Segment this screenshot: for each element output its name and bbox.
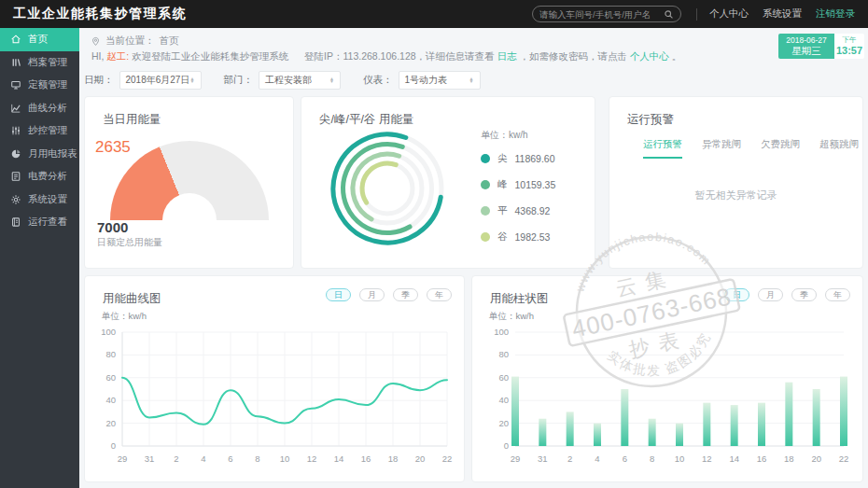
sidebar-item-3[interactable]: 曲线分析	[0, 97, 79, 120]
sidebar-item-5[interactable]: 月用电报表	[0, 143, 79, 166]
svg-text:40: 40	[105, 395, 116, 405]
clock-time: 13:57	[836, 45, 862, 56]
alarm-tab-1[interactable]: 异常跳闸	[702, 138, 741, 159]
personal-center-link[interactable]: 个人中心	[630, 50, 669, 62]
gauge-quota-label: 日额定总用能量	[97, 236, 162, 249]
line-period-1[interactable]: 月	[359, 288, 385, 301]
svg-text:6: 6	[623, 453, 627, 464]
line-period-2[interactable]: 季	[393, 288, 418, 301]
line-chart-card: 用能曲线图 日月季年 单位：kw/h 020406080100293124681…	[84, 275, 465, 482]
rings-chart	[322, 123, 453, 254]
legend-dot	[481, 154, 490, 163]
meter-filter-label: 仪表：	[363, 74, 393, 87]
svg-text:80: 80	[105, 349, 116, 359]
line-period-3[interactable]: 年	[427, 288, 452, 301]
date-filter-select[interactable]: 2018年6月27日▲▼	[119, 71, 202, 90]
clock-badge: 2018-06-27 星期三 下午 13:57	[778, 34, 864, 59]
topbar-link-2[interactable]: 注销登录	[816, 7, 855, 21]
bar-chart-card: 用能柱状图 日月季年 单位：kw/h 020406080100293124681…	[471, 275, 863, 482]
alarm-card: 运行预警 运行预警异常跳闸欠费跳闸超额跳闸 暂无相关异常记录	[609, 96, 863, 269]
legend-item-1: 峰10159.35	[481, 175, 555, 193]
sidebar-item-label: 月用电报表	[28, 147, 77, 160]
sidebar-item-6[interactable]: 电费分析	[0, 165, 79, 188]
breadcrumb-label: 当前位置：	[105, 35, 155, 48]
welcome-mid: ，如需修改密码，请点击	[519, 50, 627, 62]
topbar: 工业企业能耗集抄管理系统 个人中心系统设置注销登录	[0, 0, 868, 28]
sliders-icon	[10, 125, 21, 136]
line-period-0[interactable]: 日	[326, 288, 351, 301]
location-pin-icon	[91, 36, 101, 47]
svg-text:6: 6	[228, 453, 232, 464]
sidebar-item-2[interactable]: 定额管理	[0, 74, 79, 97]
meter-filter-select[interactable]: 1号动力表▲▼	[399, 71, 481, 90]
svg-text:16: 16	[757, 453, 767, 464]
svg-text:0: 0	[111, 440, 116, 451]
gear-icon	[10, 194, 21, 205]
svg-text:14: 14	[729, 453, 739, 464]
sidebar-item-label: 首页	[28, 33, 48, 46]
sidebar-item-7[interactable]: 系统设置	[0, 188, 79, 212]
topbar-link-1[interactable]: 系统设置	[763, 7, 802, 21]
pie-icon	[10, 148, 21, 160]
svg-text:8: 8	[650, 453, 654, 464]
svg-text:22: 22	[442, 453, 453, 464]
search-icon[interactable]	[664, 9, 674, 20]
svg-text:14: 14	[334, 453, 344, 464]
svg-text:20: 20	[105, 418, 116, 428]
legend-name: 谷	[497, 230, 508, 244]
alarm-card-title: 运行预警	[627, 112, 674, 128]
alarm-tab-2[interactable]: 欠费跳闸	[761, 138, 800, 159]
legend-item-2: 平4368.92	[481, 202, 555, 219]
legend-value: 10159.35	[515, 179, 556, 190]
bar-period-1[interactable]: 月	[758, 288, 783, 301]
welcome-hi: HI,	[91, 50, 106, 62]
legend-dot	[481, 206, 490, 216]
filters-row: 日期：2018年6月27日▲▼部门：工程安装部▲▼仪表：1号动力表▲▼	[84, 71, 503, 90]
search-input[interactable]	[539, 9, 664, 20]
dept-filter-value: 工程安装部	[265, 74, 312, 87]
svg-text:29: 29	[118, 453, 128, 464]
legend-value: 11869.60	[515, 153, 555, 164]
svg-text:20: 20	[498, 418, 509, 428]
bar-period-0[interactable]: 日	[724, 288, 749, 301]
clock-weekday: 星期三	[791, 45, 821, 56]
bar-period-2[interactable]: 季	[791, 288, 817, 301]
search-box[interactable]	[532, 6, 681, 22]
log-link[interactable]: 日志	[497, 50, 517, 62]
sidebar-item-4[interactable]: 抄控管理	[0, 119, 79, 143]
line-unit-label: 单位：kw/h	[102, 311, 147, 323]
svg-text:20: 20	[811, 453, 821, 464]
select-arrows-icon: ▲▼	[329, 77, 334, 83]
svg-text:2: 2	[174, 453, 178, 464]
alarm-tab-3[interactable]: 超额跳闸	[819, 138, 859, 159]
svg-text:2: 2	[567, 453, 572, 464]
bar-period-3[interactable]: 年	[825, 288, 850, 301]
sidebar-item-label: 档案管理	[28, 56, 67, 69]
sidebar-item-0[interactable]: 首页	[0, 28, 79, 51]
svg-text:16: 16	[361, 453, 371, 464]
main-content: 当前位置： 首页 HI, 赵工: 欢迎登陆工业企业能耗集抄管理系统 登陆IP：1…	[79, 28, 868, 488]
app-title: 工业企业能耗集抄管理系统	[13, 6, 187, 22]
svg-text:8: 8	[255, 453, 259, 464]
alarm-tab-0[interactable]: 运行预警	[643, 138, 682, 159]
app-window: 工业企业能耗集抄管理系统 个人中心系统设置注销登录 首页档案管理定额管理曲线分析…	[0, 0, 868, 488]
bar-unit-label: 单位：kw/h	[489, 311, 534, 323]
sidebar: 首页档案管理定额管理曲线分析抄控管理月用电报表电费分析系统设置运行查看	[0, 28, 79, 488]
dept-filter-label: 部门：	[224, 74, 254, 87]
log-icon	[10, 216, 21, 228]
gauge-card: 当日用能量 2635 7000 日额定总用能量	[84, 96, 294, 269]
bar-period-buttons: 日月季年	[724, 288, 850, 301]
legend-item-3: 谷1982.53	[481, 228, 555, 245]
dept-filter-select[interactable]: 工程安装部▲▼	[259, 71, 341, 90]
legend-dot	[481, 180, 490, 189]
topbar-link-0[interactable]: 个人中心	[709, 7, 749, 21]
sidebar-item-1[interactable]: 档案管理	[0, 51, 79, 75]
curve-icon	[10, 103, 21, 114]
sidebar-item-label: 抄控管理	[28, 124, 67, 137]
alarm-empty-text: 暂无相关异常记录	[609, 188, 862, 202]
sidebar-item-8[interactable]: 运行查看	[0, 211, 79, 234]
monitor-icon	[10, 79, 21, 91]
line-card-title: 用能曲线图	[103, 291, 161, 307]
legend-dot	[481, 232, 490, 242]
svg-text:31: 31	[538, 453, 548, 464]
